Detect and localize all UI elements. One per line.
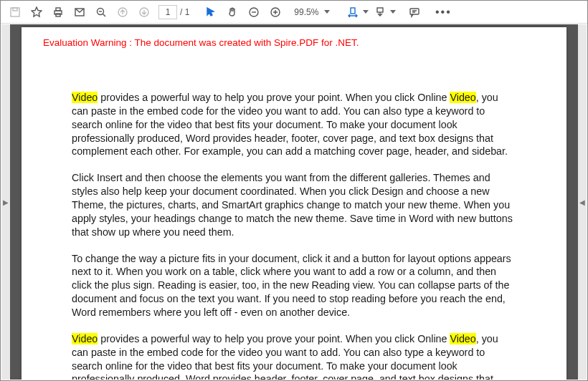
content-area: ▶ Evaluation Warning : The document was … bbox=[1, 24, 587, 380]
chevron-down-icon[interactable] bbox=[390, 10, 396, 14]
comment-icon[interactable] bbox=[404, 3, 425, 21]
svg-rect-1 bbox=[13, 8, 17, 11]
star-icon[interactable] bbox=[27, 3, 47, 21]
svg-rect-11 bbox=[351, 8, 355, 14]
paragraph: Click Insert and then choose the element… bbox=[72, 171, 516, 238]
paragraph: Video provides a powerful way to help yo… bbox=[72, 91, 516, 158]
document-scroll-area[interactable]: Evaluation Warning : The document was cr… bbox=[10, 24, 578, 380]
toolbar: 1 / 1 99.5% ••• bbox=[1, 1, 587, 24]
pointer-icon[interactable] bbox=[201, 3, 221, 21]
page-indicator: 1 / 1 bbox=[158, 5, 189, 19]
zoom-out-icon[interactable] bbox=[244, 3, 264, 21]
chevron-down-icon bbox=[324, 10, 330, 14]
svg-rect-13 bbox=[410, 9, 419, 14]
save-icon[interactable] bbox=[5, 3, 25, 21]
zoom-in-icon[interactable] bbox=[265, 3, 285, 21]
evaluation-warning: Evaluation Warning : The document was cr… bbox=[43, 37, 516, 48]
zoom-value-label: 99.5% bbox=[291, 7, 321, 17]
highlight: Video bbox=[72, 333, 98, 344]
svg-rect-12 bbox=[377, 8, 383, 12]
rotate-icon[interactable] bbox=[370, 3, 390, 21]
chevron-down-icon[interactable] bbox=[363, 10, 369, 14]
page-current-input[interactable]: 1 bbox=[158, 5, 177, 19]
highlight: Video bbox=[72, 92, 98, 103]
hand-icon[interactable] bbox=[222, 3, 242, 21]
fit-width-icon[interactable] bbox=[343, 3, 363, 21]
paragraph: Video provides a powerful way to help yo… bbox=[72, 332, 516, 380]
left-panel-toggle[interactable]: ▶ bbox=[1, 24, 10, 380]
right-panel-toggle[interactable]: ◀ bbox=[578, 24, 587, 380]
document-page: Evaluation Warning : The document was cr… bbox=[22, 27, 566, 380]
zoom-dropdown[interactable]: 99.5% bbox=[291, 7, 330, 17]
svg-rect-3 bbox=[56, 8, 60, 11]
svg-rect-0 bbox=[11, 8, 19, 16]
print-icon[interactable] bbox=[48, 3, 68, 21]
page-total-label: / 1 bbox=[180, 7, 189, 17]
svg-rect-4 bbox=[56, 14, 60, 16]
page-up-icon[interactable] bbox=[113, 3, 133, 21]
page-down-icon[interactable] bbox=[134, 3, 154, 21]
highlight: Video bbox=[450, 92, 475, 103]
search-icon[interactable] bbox=[91, 3, 111, 21]
paragraph: To change the way a picture fits in your… bbox=[72, 252, 516, 319]
highlight: Video bbox=[450, 333, 475, 344]
mail-icon[interactable] bbox=[70, 3, 90, 21]
more-icon[interactable]: ••• bbox=[433, 3, 453, 21]
